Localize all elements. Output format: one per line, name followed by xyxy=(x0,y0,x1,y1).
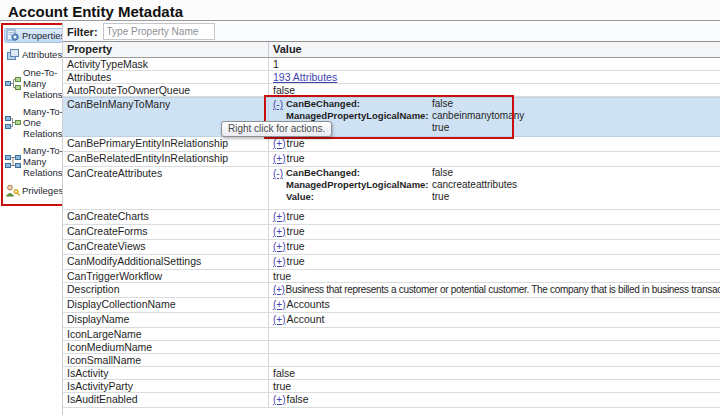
expand-icon[interactable]: (+) xyxy=(273,284,285,295)
expand-icon[interactable]: (+) xyxy=(273,211,286,222)
sidebar-item-label: Properties xyxy=(22,30,65,41)
property-name: CanCreateForms xyxy=(63,225,269,239)
sidebar-item-properties[interactable]: Properties xyxy=(4,28,64,43)
tooltip: Right click for actions. xyxy=(221,121,332,137)
property-name: CanTriggerWorkflow xyxy=(63,270,269,282)
value-cell: true xyxy=(269,270,720,282)
property-value-pair: ManagedPropertyLogicalName:canbeinmanyto… xyxy=(286,110,718,122)
privileges-icon xyxy=(5,184,20,197)
page-title: Account Entity Metadata xyxy=(0,0,720,20)
property-value-pair: CanBeChanged:false xyxy=(286,98,718,110)
property-name: CanModifyAdditionalSettings xyxy=(63,255,269,269)
expand-icon[interactable]: (+) xyxy=(273,299,286,310)
sidebar-item-many-to-one-relationships[interactable]: Many-To-One Relationships xyxy=(4,105,63,140)
value-cell xyxy=(269,354,720,366)
property-value-pair: Value:true xyxy=(286,122,718,134)
property-name: IconMediumName xyxy=(63,341,269,353)
value-link[interactable]: 193 Attributes xyxy=(273,71,337,83)
value-cell: 193 Attributes xyxy=(269,71,720,83)
sidebar-item-one-to-many-relationships[interactable]: One-To-Many Relationships xyxy=(4,66,63,101)
value-cell: (+)false xyxy=(269,393,720,407)
expand-icon[interactable]: (+) xyxy=(273,226,286,237)
pair-label: CanBeChanged: xyxy=(286,167,432,179)
property-name: CanCreateAttributes xyxy=(63,167,269,209)
pair-value: true xyxy=(432,122,449,133)
value-cell: (+)true xyxy=(269,225,720,239)
table-row[interactable]: CanCreateViews(+)true xyxy=(63,240,720,255)
value-cell: (+)true xyxy=(269,240,720,254)
column-header-property: Property xyxy=(63,42,269,57)
collapse-icon[interactable]: (-) xyxy=(273,98,283,111)
table-row[interactable]: DisplayCollectionName(+)Accounts xyxy=(63,298,720,313)
table-row[interactable]: AutoRouteToOwnerQueuefalse xyxy=(63,84,720,97)
table-row[interactable]: ActivityTypeMask1 xyxy=(63,58,720,71)
value-text: 1 xyxy=(273,58,279,70)
grid-header: Property Value xyxy=(63,42,720,58)
value-cell: 1 xyxy=(269,58,720,70)
value-cell: (+)Accounts xyxy=(269,298,720,312)
table-row[interactable]: CanCreateForms(+)true xyxy=(63,225,720,240)
value-text: true xyxy=(287,255,305,267)
table-row[interactable]: CanTriggerWorkflowtrue xyxy=(63,270,720,283)
expand-icon[interactable]: (+) xyxy=(273,256,286,267)
property-name: DisplayCollectionName xyxy=(63,298,269,312)
table-row[interactable]: IconMediumName xyxy=(63,341,720,354)
one-to-many-icon xyxy=(5,77,21,90)
table-row[interactable]: CanBePrimaryEntityInRelationship(+)true xyxy=(63,137,720,152)
table-row[interactable]: CanBeInManyToMany(-)CanBeChanged:falseMa… xyxy=(63,97,720,137)
value-cell: (+)true xyxy=(269,210,720,224)
property-name: CanBePrimaryEntityInRelationship xyxy=(63,137,269,151)
property-name: IsAuditEnabled xyxy=(63,393,269,407)
value-text: Account xyxy=(287,313,325,325)
pair-value: canbeinmanytomany xyxy=(432,110,524,121)
value-text: true xyxy=(287,152,305,164)
value-text: true xyxy=(287,225,305,237)
table-row[interactable]: DisplayName(+)Account xyxy=(63,313,720,328)
table-row[interactable]: IsActivityPartytrue xyxy=(63,380,720,393)
pair-label: CanBeChanged: xyxy=(286,98,432,110)
table-row[interactable]: CanCreateAttributes(-)CanBeChanged:false… xyxy=(63,167,720,210)
value-cell xyxy=(269,328,720,340)
title-bar: Account Entity Metadata xyxy=(0,0,720,21)
many-to-one-icon xyxy=(5,116,21,129)
value-cell: (-)CanBeChanged:falseManagedPropertyLogi… xyxy=(269,167,720,209)
pair-label: Value: xyxy=(286,191,432,203)
property-name: AutoRouteToOwnerQueue xyxy=(63,84,269,96)
expand-icon[interactable]: (+) xyxy=(273,138,286,149)
table-row[interactable]: CanCreateCharts(+)true xyxy=(63,210,720,225)
table-row[interactable]: IsActivityfalse xyxy=(63,367,720,380)
pair-label: ManagedPropertyLogicalName: xyxy=(286,179,432,191)
value-cell: (+)true xyxy=(269,152,720,166)
properties-icon xyxy=(5,29,20,42)
expand-icon[interactable]: (+) xyxy=(273,314,286,325)
table-row[interactable]: CanModifyAdditionalSettings(+)true xyxy=(63,255,720,270)
expand-icon[interactable]: (+) xyxy=(273,153,286,164)
value-text: Business that represents a customer or p… xyxy=(286,284,720,295)
many-to-many-icon xyxy=(5,155,21,168)
table-row[interactable]: IconSmallName xyxy=(63,354,720,367)
property-name: Description xyxy=(63,283,269,297)
table-row[interactable]: IconLargeName xyxy=(63,328,720,341)
pair-value: true xyxy=(432,191,449,202)
value-cell xyxy=(269,341,720,353)
value-cell: false xyxy=(269,367,720,379)
table-row[interactable]: Attributes193 Attributes xyxy=(63,71,720,84)
expand-icon[interactable]: (+) xyxy=(273,394,286,405)
pair-value: cancreateattributes xyxy=(432,179,517,190)
sidebar-item-many-to-many-relationships[interactable]: Many-To-Many Relationships xyxy=(4,144,63,179)
value-cell: (+)true xyxy=(269,137,720,151)
sidebar: PropertiesAttributesOne-To-Many Relation… xyxy=(0,22,62,415)
sidebar-item-privileges[interactable]: Privileges xyxy=(4,183,63,198)
table-row[interactable]: CanBeRelatedEntityInRelationship(+)true xyxy=(63,152,720,167)
column-header-value: Value xyxy=(269,42,720,57)
table-row[interactable]: IsAuditEnabled(+)false xyxy=(63,393,720,408)
property-name: IsActivityParty xyxy=(63,380,269,392)
property-name: CanCreateViews xyxy=(63,240,269,254)
table-row[interactable]: Description(+)Business that represents a… xyxy=(63,283,720,298)
expand-icon[interactable]: (+) xyxy=(273,241,286,252)
attributes-icon xyxy=(5,48,20,61)
main-panel: Filter: Property Value ActivityTypeMask1… xyxy=(62,22,720,415)
collapse-icon[interactable]: (-) xyxy=(273,167,283,180)
filter-input[interactable] xyxy=(103,23,215,40)
sidebar-item-attributes[interactable]: Attributes xyxy=(4,47,63,62)
